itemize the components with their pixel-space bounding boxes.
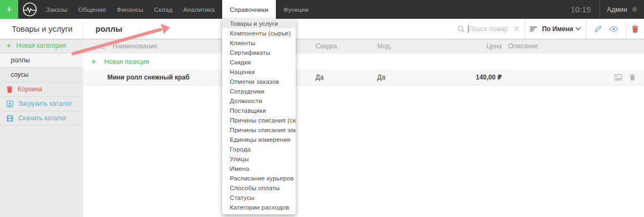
directories-dropdown: Товары и услуги Компоненты (сырье) Клиен… bbox=[222, 19, 296, 214]
sort-select[interactable]: По Имени bbox=[524, 19, 586, 39]
sort-handle-icon[interactable] bbox=[99, 44, 106, 49]
add-button[interactable]: + bbox=[0, 0, 18, 19]
edit-view-group bbox=[586, 19, 626, 39]
dropdown-item-discounts[interactable]: Скидки bbox=[222, 57, 296, 67]
dropdown-item-components[interactable]: Компоненты (сырье) bbox=[222, 28, 296, 38]
dropdown-item-positions[interactable]: Должности bbox=[222, 96, 296, 106]
new-position-button[interactable]: + Новая позиция bbox=[83, 54, 644, 69]
trash-icon bbox=[6, 86, 13, 93]
sort-icon bbox=[530, 26, 537, 32]
search-box bbox=[452, 19, 524, 39]
main-nav: Заказы Общение Финансы Склад Аналитика С… bbox=[41, 0, 314, 19]
content-header: роллы bbox=[83, 19, 644, 39]
col-header-discount: Скидка bbox=[316, 42, 377, 50]
dropdown-item-goods-services[interactable]: Товары и услуги bbox=[222, 19, 296, 28]
sort-label: По Имени bbox=[542, 25, 573, 33]
trash-icon bbox=[630, 74, 635, 81]
user-menu[interactable]: Админ bbox=[600, 6, 644, 13]
sidebar-item-sauces[interactable]: соусы bbox=[0, 68, 83, 82]
dropdown-item-units[interactable]: Единицы измерения bbox=[222, 135, 296, 144]
dropdown-item-streets[interactable]: Улицы bbox=[222, 154, 296, 164]
dropdown-item-employees[interactable]: Сотрудники bbox=[222, 86, 296, 96]
dropdown-item-expense-categories[interactable]: Категории расходов bbox=[222, 202, 296, 212]
toolbar: По Имени bbox=[452, 19, 644, 39]
row-actions bbox=[555, 74, 644, 81]
delete-category-button[interactable] bbox=[626, 19, 644, 39]
page-title: роллы bbox=[83, 19, 122, 39]
table-row[interactable]: Мини ролл снежный краб шт. Да Да 140,00 … bbox=[83, 69, 644, 85]
nav-item-label: Справочники bbox=[230, 6, 268, 13]
table-header: Наименование Ед. Скидка Мод. Цена Описан… bbox=[83, 39, 644, 54]
text-cursor bbox=[468, 25, 469, 33]
sidebar-filler bbox=[0, 126, 83, 217]
dropdown-item-names[interactable]: Имена bbox=[222, 164, 296, 173]
topbar-right: 10:15 Админ bbox=[570, 0, 644, 19]
user-name: Админ bbox=[607, 6, 627, 13]
app-logo[interactable] bbox=[18, 0, 41, 19]
dropdown-item-writeoff-warehouse[interactable]: Причины списания (склад) bbox=[222, 115, 296, 125]
cell-discount: Да bbox=[316, 74, 377, 81]
dropdown-item-markups[interactable]: Наценки bbox=[222, 67, 296, 77]
cell-price: 140,00 ₽ bbox=[456, 74, 502, 81]
nav-item-directories[interactable]: Справочники Товары и услуги Компоненты (… bbox=[222, 0, 276, 19]
edit-button[interactable] bbox=[594, 25, 602, 33]
visibility-button[interactable] bbox=[609, 26, 618, 32]
sidebar-title: Товары и услуги bbox=[0, 19, 83, 39]
col-header-mod: Мод. bbox=[377, 42, 456, 50]
nav-item-warehouse[interactable]: Склад bbox=[151, 0, 175, 19]
categories-sidebar: Товары и услуги + Новая категория роллы … bbox=[0, 19, 83, 217]
dropdown-item-suppliers[interactable]: Поставщики bbox=[222, 106, 296, 115]
dropdown-item-courier-schedule[interactable]: Расписание курьеров bbox=[222, 173, 296, 183]
dropdown-item-clients[interactable]: Клиенты bbox=[222, 38, 296, 48]
plus-icon: + bbox=[6, 41, 11, 50]
new-category-button[interactable]: + Новая категория bbox=[0, 39, 83, 53]
image-icon bbox=[614, 74, 622, 81]
col-header-price: Цена bbox=[456, 42, 502, 50]
chevron-down-icon bbox=[575, 27, 581, 31]
nav-item-communication[interactable]: Общение bbox=[75, 0, 109, 19]
upload-catalog-icon bbox=[6, 100, 13, 107]
dropdown-item-cities[interactable]: Города bbox=[222, 144, 296, 154]
pulse-logo-icon bbox=[23, 2, 37, 17]
clear-search-icon[interactable] bbox=[514, 26, 519, 32]
sidebar-item-upload-catalog[interactable]: Загрузить каталог bbox=[0, 97, 83, 111]
delete-row-button[interactable] bbox=[630, 74, 635, 81]
trash-icon bbox=[632, 25, 639, 33]
cell-mod: Да bbox=[377, 74, 456, 81]
dropdown-item-order-marks[interactable]: Отметки заказов bbox=[222, 77, 296, 86]
nav-item-finances[interactable]: Финансы bbox=[113, 0, 147, 19]
nav-item-functions[interactable]: Функции bbox=[280, 0, 312, 19]
product-image-button[interactable] bbox=[614, 74, 622, 81]
eye-icon bbox=[609, 26, 618, 32]
search-icon bbox=[457, 25, 465, 33]
dropdown-item-certificates[interactable]: Сертификаты bbox=[222, 48, 296, 57]
clock: 10:15 bbox=[570, 5, 591, 14]
plus-icon: + bbox=[91, 57, 96, 67]
sidebar-item-download-catalog[interactable]: Скачать каталог bbox=[0, 111, 83, 126]
topbar: + Заказы Общение Финансы Склад Аналитика… bbox=[0, 0, 644, 19]
nav-item-analytics[interactable]: Аналитика bbox=[180, 0, 218, 19]
products-panel: роллы bbox=[83, 19, 644, 217]
download-catalog-icon bbox=[6, 115, 13, 122]
user-status-icon bbox=[632, 7, 637, 12]
pencil-icon bbox=[594, 25, 602, 33]
sidebar-item-rolls[interactable]: роллы bbox=[0, 53, 83, 68]
nav-item-orders[interactable]: Заказы bbox=[43, 0, 71, 19]
dropdown-item-payment-methods[interactable]: Способы оплаты bbox=[222, 183, 296, 193]
search-input[interactable] bbox=[469, 25, 508, 33]
sidebar-item-trash[interactable]: Корзина bbox=[0, 82, 83, 97]
col-header-name: Наименование bbox=[113, 42, 157, 50]
dropdown-item-statuses[interactable]: Статусы bbox=[222, 193, 296, 202]
dropdown-item-writeoff-order[interactable]: Причины списания заказа bbox=[222, 125, 296, 135]
col-header-description: Описание bbox=[508, 42, 555, 50]
